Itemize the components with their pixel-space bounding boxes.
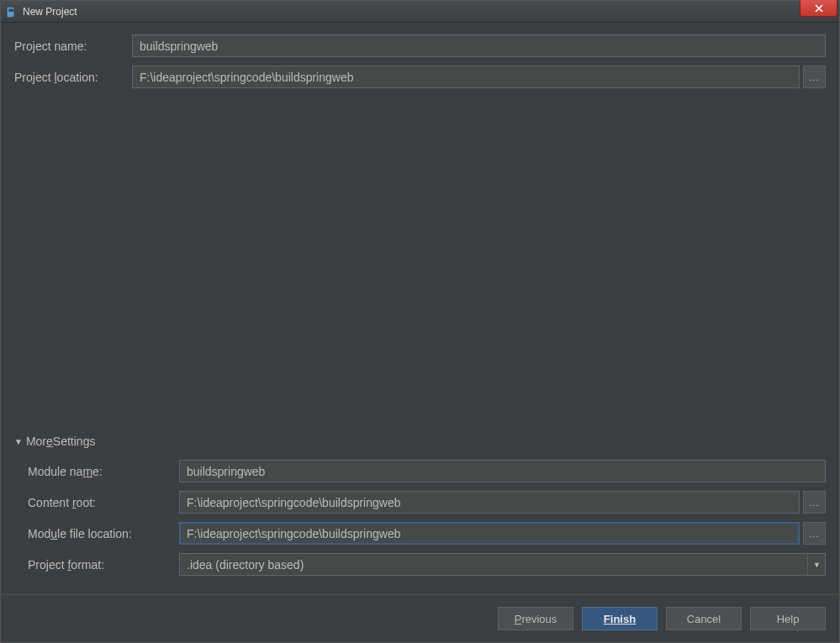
close-button[interactable]	[800, 0, 837, 17]
project-location-label: Project location:	[14, 71, 132, 84]
titlebar[interactable]: New Project	[1, 1, 839, 23]
help-button[interactable]: Help	[750, 607, 826, 630]
project-location-row: Project location: ...	[14, 66, 826, 88]
dialog-content: Project name: Project location: ... ▼ Mo…	[1, 23, 839, 642]
module-file-location-input[interactable]	[179, 522, 800, 545]
app-icon	[4, 5, 18, 18]
project-format-value: .idea (directory based)	[179, 553, 826, 576]
more-settings-section: ▼ More Settings Module name: Content roo…	[14, 435, 826, 584]
content-root-browse-button[interactable]: ...	[803, 491, 826, 514]
chevron-down-icon: ▼	[14, 437, 23, 446]
project-location-input[interactable]	[132, 66, 800, 88]
more-settings-body: Module name: Content root: ... Module fi…	[14, 460, 826, 576]
window-title: New Project	[23, 6, 77, 18]
dialog-buttons: Previous Finish Cancel Help	[1, 594, 839, 630]
project-location-browse-button[interactable]: ...	[803, 66, 826, 88]
project-format-label: Project format:	[28, 558, 179, 572]
new-project-dialog: New Project Project name: Project locati…	[0, 0, 840, 643]
project-name-label: Project name:	[14, 40, 132, 53]
module-name-input[interactable]	[179, 460, 826, 482]
project-name-input[interactable]	[132, 34, 826, 57]
project-name-label-text: Project name:	[14, 40, 87, 53]
spacer	[14, 97, 826, 435]
module-file-location-browse-button[interactable]: ...	[803, 522, 826, 545]
module-name-row: Module name:	[28, 460, 826, 482]
project-name-row: Project name:	[14, 34, 826, 57]
project-format-select[interactable]: .idea (directory based) ▼	[179, 553, 826, 576]
content-root-input[interactable]	[179, 491, 800, 514]
module-file-location-row: Module file location: ...	[28, 522, 826, 545]
module-name-label: Module name:	[28, 465, 179, 478]
cancel-button[interactable]: Cancel	[666, 607, 742, 630]
more-settings-toggle[interactable]: ▼ More Settings	[14, 435, 826, 448]
project-format-row: Project format: .idea (directory based) …	[28, 553, 826, 576]
module-file-location-label: Module file location:	[28, 527, 179, 540]
previous-button[interactable]: Previous	[498, 607, 573, 630]
content-root-row: Content root: ...	[28, 491, 826, 514]
finish-button[interactable]: Finish	[582, 607, 658, 630]
content-root-label: Content root:	[28, 496, 179, 509]
